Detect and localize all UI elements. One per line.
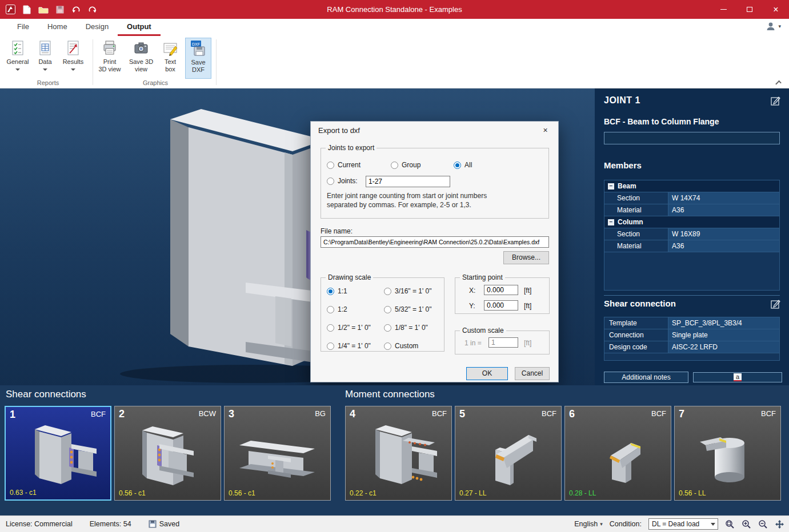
zoom-out-icon[interactable] xyxy=(758,519,768,529)
window-controls: × xyxy=(710,0,789,19)
zoom-in-icon[interactable] xyxy=(742,519,751,529)
column-group-row[interactable]: − Column xyxy=(604,216,779,228)
language-select[interactable]: English ▾ xyxy=(574,520,603,528)
table-row[interactable]: Connection Single plate xyxy=(604,329,779,341)
radio-scale-1-8[interactable]: 1/8" = 1' 0" xyxy=(384,324,428,332)
tab-file[interactable]: File xyxy=(8,19,38,36)
zoom-window-icon[interactable] xyxy=(725,519,735,529)
gallery-item-6[interactable]: 6 BCF 0.28 - LL xyxy=(564,406,671,501)
radio-scale-quarter[interactable]: 1/4" = 1' 0" xyxy=(327,342,371,350)
row-value[interactable]: AISC-22 LRFD xyxy=(668,341,779,353)
open-folder-icon[interactable] xyxy=(38,6,49,14)
edit-joint-icon[interactable] xyxy=(771,95,781,106)
undo-icon[interactable] xyxy=(71,5,81,14)
gallery-item-3[interactable]: 3 BG 0.56 - c1 xyxy=(224,406,331,501)
tab-home[interactable]: Home xyxy=(38,19,77,36)
joint-description-input[interactable] xyxy=(604,132,780,144)
radio-scale-custom[interactable]: Custom xyxy=(384,342,418,350)
maximize-button[interactable] xyxy=(736,0,763,19)
tab-output[interactable]: Output xyxy=(118,19,161,36)
data-reports-button[interactable]: Data xyxy=(33,38,57,79)
save-icon[interactable] xyxy=(56,6,64,14)
browse-button[interactable]: Browse... xyxy=(503,251,549,264)
table-row[interactable]: Material A36 xyxy=(604,204,779,216)
item-ratio: 0.56 - LL xyxy=(679,489,706,497)
row-value[interactable]: A36 xyxy=(668,240,779,252)
custom-scale-input[interactable] xyxy=(488,337,518,348)
maximize-icon xyxy=(747,7,752,12)
gallery-item-1[interactable]: 1 BCF 0.63 - c1 xyxy=(5,406,111,501)
gallery-item-4[interactable]: 4 BCF 0.22 - c1 xyxy=(345,406,452,501)
cancel-button[interactable]: Cancel xyxy=(515,367,550,380)
y-input[interactable] xyxy=(484,300,518,311)
connection-thumbnail-3d xyxy=(15,421,101,489)
radio-scale-1-2[interactable]: 1:2 xyxy=(327,305,347,313)
radio-scale-5-32[interactable]: 5/32" = 1' 0" xyxy=(384,305,432,313)
radio-label: Group xyxy=(402,161,420,169)
drawing-scale-group: Drawing scale 1:1 1:2 1/2" = 1' 0" 1/4" … xyxy=(321,277,444,352)
gallery-item-5[interactable]: 5 BCF 0.27 - LL xyxy=(455,406,562,501)
dialog-close-button[interactable]: × xyxy=(532,122,558,139)
text-box-button[interactable]: Text box xyxy=(159,38,182,79)
item-ratio: 0.28 - LL xyxy=(569,489,596,497)
results-report-icon xyxy=(65,39,82,57)
minimize-button[interactable] xyxy=(710,0,736,19)
row-value[interactable]: Single plate xyxy=(668,329,779,341)
members-table: − Beam Section W 14X74 Material A36 − Co… xyxy=(604,180,780,291)
chevron-down-icon xyxy=(711,523,715,526)
radio-joints[interactable]: Joints: xyxy=(327,177,358,185)
save-dxf-button[interactable]: DXF Save DXF xyxy=(185,38,211,79)
save-3d-view-button[interactable]: Save 3D view xyxy=(126,38,157,79)
radio-current[interactable]: Current xyxy=(327,161,361,169)
row-value[interactable]: A36 xyxy=(668,204,779,216)
pan-icon[interactable] xyxy=(775,519,784,529)
print-3d-view-button[interactable]: Print 3D view xyxy=(96,38,123,79)
notes-field[interactable]: a xyxy=(693,372,782,382)
redo-icon[interactable] xyxy=(88,5,97,14)
ribbon-group-divider xyxy=(216,39,217,85)
new-document-icon[interactable] xyxy=(23,5,31,14)
results-reports-button[interactable]: Results xyxy=(58,38,88,79)
collapse-ribbon-icon[interactable] xyxy=(775,80,782,87)
table-row[interactable]: Template SP_BCF_3/8PL_3B3/4 xyxy=(604,317,779,329)
file-name-input[interactable] xyxy=(321,236,549,248)
radio-group[interactable]: Group xyxy=(391,161,420,169)
beam-group-row[interactable]: − Beam xyxy=(604,180,779,192)
table-row[interactable]: Material A36 xyxy=(604,240,779,252)
gallery-item-2[interactable]: 2 BCW 0.56 - c1 xyxy=(114,406,221,501)
radio-label: 1/2" = 1' 0" xyxy=(338,324,371,332)
table-row[interactable]: Section W 16X89 xyxy=(604,228,779,240)
row-value[interactable]: W 14X74 xyxy=(668,192,779,204)
collapse-icon[interactable]: − xyxy=(608,183,614,190)
save-dxf-icon: DXF xyxy=(190,40,207,57)
row-value[interactable]: SP_BCF_3/8PL_3B3/4 xyxy=(668,317,779,329)
gallery-item-7[interactable]: 7 BCF 0.56 - LL xyxy=(674,406,781,501)
item-code: BCF xyxy=(542,409,556,418)
table-row[interactable]: Section W 14X74 xyxy=(604,192,779,204)
radio-all[interactable]: All xyxy=(454,161,472,169)
menu-tab-bar: File Home Design Output ▾ xyxy=(0,19,789,36)
close-icon: × xyxy=(543,126,547,135)
general-reports-button[interactable]: General xyxy=(5,38,31,79)
x-input[interactable] xyxy=(484,285,518,295)
condition-select[interactable]: DL = Dead load xyxy=(648,518,718,530)
members-heading: Members xyxy=(604,160,642,170)
joints-range-input[interactable] xyxy=(366,176,450,187)
x-label: X: xyxy=(469,287,475,295)
additional-notes-button[interactable]: Additional notes xyxy=(604,372,688,383)
user-menu[interactable]: ▾ xyxy=(766,21,781,31)
close-button[interactable]: × xyxy=(763,0,789,19)
window-title: RAM Connection Standalone - Examples xyxy=(0,5,789,14)
collapse-icon[interactable]: − xyxy=(608,219,614,225)
ok-button[interactable]: OK xyxy=(466,367,508,380)
edit-shear-connection-icon[interactable] xyxy=(771,299,781,309)
row-value[interactable]: W 16X89 xyxy=(668,228,779,240)
radio-scale-half[interactable]: 1/2" = 1' 0" xyxy=(327,324,371,332)
item-number: 6 xyxy=(569,408,575,420)
radio-label: Custom xyxy=(395,342,418,350)
connection-thumbnail-3d xyxy=(685,421,771,489)
radio-scale-1-1[interactable]: 1:1 xyxy=(327,287,347,295)
table-row[interactable]: Design code AISC-22 LRFD xyxy=(604,341,779,353)
tab-design[interactable]: Design xyxy=(77,19,118,36)
radio-scale-3-16[interactable]: 3/16" = 1' 0" xyxy=(384,287,432,295)
